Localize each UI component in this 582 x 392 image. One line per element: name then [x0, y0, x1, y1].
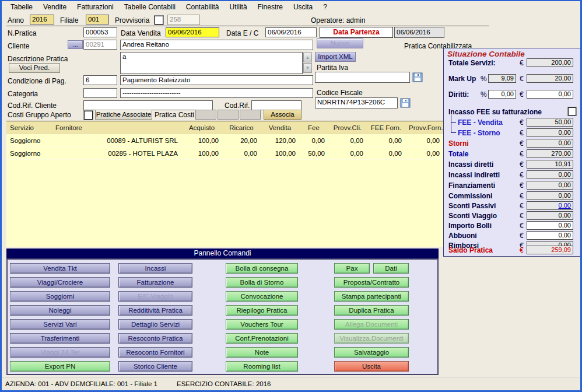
menu-bar: Tabelle Vendite Fatturazioni Tabelle Con…: [2, 1, 582, 13]
menu-item-finestre[interactable]: Finestre: [253, 1, 288, 13]
import-xml-button[interactable]: Import XML: [315, 52, 356, 62]
vendita-tkt-button[interactable]: Vendita Tkt: [10, 263, 110, 274]
note-button[interactable]: Note: [226, 347, 298, 358]
soggiorni-button[interactable]: Soggiorni: [10, 291, 110, 302]
proposta-contratto-button[interactable]: Proposta/Contratto: [334, 277, 409, 288]
table-row[interactable]: Soggiorno 00285 - HOTEL PLAZA 100,00 0,0…: [6, 147, 443, 160]
descrizione-textarea[interactable]: a: [120, 52, 303, 74]
nuovo-button: Nuovo: [317, 38, 363, 48]
data-vendita-field[interactable]: 06/06/2016: [166, 27, 219, 37]
convocazione-button[interactable]: Convocazione: [226, 291, 298, 302]
uscita-button[interactable]: Uscita: [334, 361, 409, 372]
save-icon[interactable]: [400, 98, 411, 108]
incasso-fee-checkbox[interactable]: [568, 107, 576, 116]
viaggi-crociere-button[interactable]: Viaggi/Crociere: [10, 277, 110, 288]
condizione-pag-desc-field[interactable]: Pagamento Rateizzato: [120, 75, 313, 85]
cliente-lookup-button[interactable]: ...: [68, 40, 83, 49]
costi-gruppo-checkbox[interactable]: [84, 111, 93, 120]
scroll-up-icon[interactable]: ▲: [303, 52, 312, 62]
cliente-code-field[interactable]: 00291: [83, 40, 117, 50]
column-header[interactable]: Provv.Cli.: [328, 121, 367, 134]
bolla-di-consegna-button[interactable]: Bolla di consegna: [226, 263, 298, 274]
column-header[interactable]: Ricarico: [222, 121, 261, 134]
noleggi-button[interactable]: Noleggi: [10, 305, 110, 316]
cod-rif-field[interactable]: [251, 100, 301, 110]
table-row[interactable]: Soggiorno 00089 - ALTURIST SRL 100,00 20…: [6, 134, 443, 147]
condizione-pag-code-field[interactable]: 6: [83, 75, 117, 85]
menu-item-help[interactable]: ?: [318, 1, 332, 13]
cell: 0,00: [405, 134, 443, 147]
menu-item-utilita[interactable]: Utilità: [225, 1, 253, 13]
dati-button[interactable]: Dati: [373, 263, 409, 274]
column-header[interactable]: Servizio: [6, 121, 52, 134]
table-header-row: Servizio Fornitore Acquisto Ricarico Ven…: [6, 121, 443, 134]
conf-prenotazioni-button[interactable]: Conf.Prenotazioni: [226, 333, 298, 344]
categoria-desc-field[interactable]: --------------------------: [120, 88, 313, 98]
pax-button[interactable]: Pax: [334, 263, 370, 274]
sconti-passivi-field[interactable]: 0,00: [527, 201, 573, 210]
duplica-pratica-button[interactable]: Duplica Pratica: [334, 305, 409, 316]
pratica-costi-field-3: [240, 110, 261, 120]
vouchers-tour-button[interactable]: Vouchers Tour: [226, 319, 298, 330]
importo-bolli-field[interactable]: 0,00: [527, 221, 573, 230]
incassi-button[interactable]: Incassi: [118, 263, 192, 274]
resoconto-pratica-button[interactable]: Resoconto Pratica: [118, 333, 192, 344]
partita-iva-field[interactable]: [315, 72, 410, 83]
export-pn-button[interactable]: Export PN: [10, 361, 110, 372]
data-partenza-button[interactable]: Data Partenza: [320, 27, 393, 38]
menu-item-vendite[interactable]: Vendite: [38, 1, 72, 13]
associa-button[interactable]: Associa: [264, 110, 301, 120]
cod-rif-cliente-field[interactable]: [83, 100, 213, 110]
euro-sign: €: [520, 75, 524, 83]
mark-up-pct-field[interactable]: 9,09: [488, 74, 516, 83]
save-icon[interactable]: [412, 72, 423, 82]
categoria-code-field[interactable]: [83, 88, 117, 98]
servizi-vari-button[interactable]: Servizi Vari: [10, 319, 110, 330]
n-pratica-field[interactable]: 000053: [83, 27, 117, 37]
column-header[interactable]: FEE Forn.: [367, 121, 405, 134]
rooming-list-button[interactable]: Rooming list: [226, 361, 298, 372]
column-header[interactable]: Vendita: [261, 121, 299, 134]
services-panel: Servizio Fornitore Acquisto Ricarico Ven…: [6, 121, 443, 247]
riepilogo-pratica-button[interactable]: Riepilogo Pratica: [226, 305, 298, 316]
column-header[interactable]: Provv.Forn.: [405, 121, 443, 134]
pratiche-associate-button[interactable]: Pratiche Associate: [95, 110, 152, 120]
bolla-di-storno-button[interactable]: Bolla di Storno: [226, 277, 298, 288]
abbuoni-field[interactable]: 0,00: [527, 231, 573, 240]
voci-pred-button[interactable]: Voci Pred.: [9, 63, 60, 73]
anno-field[interactable]: 2016: [30, 15, 54, 24]
cliente-nome-field[interactable]: Andrea Reitano: [120, 40, 313, 50]
scroll-down-icon[interactable]: ▼: [303, 63, 312, 73]
sconti-passivi-link[interactable]: 0,00: [559, 202, 571, 209]
column-header[interactable]: Fee: [299, 121, 328, 134]
salvataggio-button[interactable]: Salvataggio: [334, 347, 409, 358]
redditivita-pratica-button[interactable]: Redditività Pratica: [118, 305, 192, 316]
storico-cliente-button[interactable]: Storico Cliente: [118, 361, 192, 372]
filiale-field[interactable]: 001: [86, 15, 109, 24]
importo-bolli-label: Importo Bolli: [448, 222, 492, 230]
menu-item-tabelle[interactable]: Tabelle: [5, 1, 38, 13]
trasferimenti-button[interactable]: Trasferimenti: [10, 333, 110, 344]
euro-sign: €: [520, 59, 524, 67]
euro-sign: €: [520, 246, 524, 254]
data-partenza-field[interactable]: 06/06/2016: [394, 27, 444, 38]
data-ec-field[interactable]: 06/06/2016: [265, 27, 317, 37]
menu-item-uscita[interactable]: Uscita: [288, 1, 318, 13]
diritti-pct-field[interactable]: 0,00: [488, 90, 516, 99]
provvisoria-checkbox[interactable]: [155, 16, 163, 24]
pratica-costi-field-1: [195, 110, 216, 120]
menu-item-fatturazioni[interactable]: Fatturazioni: [72, 1, 119, 13]
diritti-field[interactable]: 0,00: [527, 90, 573, 99]
incassi-diretti-label: Incassi diretti: [448, 160, 493, 169]
menu-item-contabilita[interactable]: Contabilità: [181, 1, 225, 13]
column-header[interactable]: Acquisto: [181, 121, 222, 134]
menu-item-tabelle-contabili[interactable]: Tabelle Contabili: [119, 1, 181, 13]
codice-fiscale-field[interactable]: NDRRTN74P13F206C: [315, 97, 398, 108]
stampa-partecipanti-button[interactable]: Stampa partecipanti: [334, 291, 409, 302]
ec-viaggio-button: E/C Viaggio: [118, 291, 192, 302]
column-header[interactable]: Fornitore: [52, 121, 181, 134]
fatturazione-button[interactable]: Fatturazione: [118, 277, 192, 288]
resoconto-fornitori-button[interactable]: Resoconto Fornitori: [118, 347, 192, 358]
finanziamenti-field: 0,00: [527, 181, 573, 190]
dettaglio-servizi-button[interactable]: Dettaglio Servizi: [118, 319, 192, 330]
